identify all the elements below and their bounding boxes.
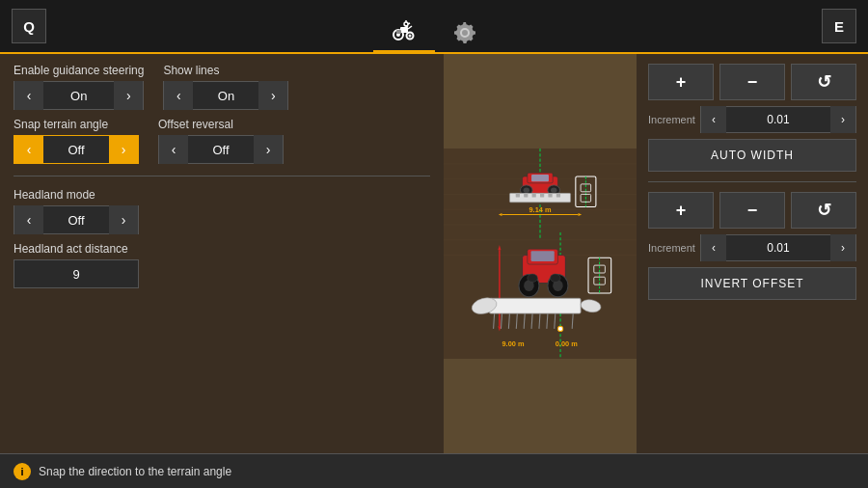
lines-value: On [193, 89, 258, 103]
width-minus-button[interactable]: − [719, 64, 785, 100]
offset-reversal-control: Offset reversal ‹ Off › [158, 118, 284, 164]
left-panel: Enable guidance steering ‹ On › Show lin… [0, 54, 444, 453]
top-increment-spinner: ‹ 0.01 › [700, 106, 856, 133]
svg-point-72 [557, 326, 562, 331]
snap-value: Off [43, 143, 109, 157]
svg-rect-28 [516, 193, 520, 197]
guidance-next[interactable]: › [114, 81, 143, 110]
snap-prev[interactable]: ‹ [14, 135, 43, 164]
top-increment-label: Increment [648, 114, 696, 125]
offset-minus-button[interactable]: − [719, 192, 785, 229]
svg-point-53 [528, 274, 538, 282]
guidance-prev[interactable]: ‹ [14, 81, 43, 110]
svg-text:9.14 m: 9.14 m [529, 205, 552, 214]
svg-point-25 [524, 188, 529, 193]
bottom-increment-next[interactable]: › [830, 234, 855, 261]
offset-reversal-label: Offset reversal [158, 118, 284, 131]
lines-label: Show lines [163, 64, 288, 77]
top-action-row: + − ↺ [648, 64, 856, 100]
top-bar: Q E [0, 0, 868, 54]
right-panel: + − ↺ Increment ‹ 0.01 › AUTO WIDTH + − … [637, 54, 868, 453]
snap-control: Snap terrain angle ‹ Off › [14, 118, 139, 164]
guidance-value: On [43, 89, 114, 103]
width-plus-button[interactable]: + [648, 64, 714, 100]
guidance-control: Enable guidance steering ‹ On › [14, 64, 144, 110]
svg-point-26 [551, 188, 556, 193]
svg-rect-31 [540, 193, 544, 197]
right-panel-divider [648, 181, 856, 182]
headland-spinner: ‹ Off › [14, 205, 139, 234]
info-icon: i [14, 463, 31, 480]
svg-rect-55 [489, 298, 581, 313]
lines-next[interactable]: › [258, 81, 287, 110]
offset-reversal-prev[interactable]: ‹ [159, 135, 188, 164]
bottom-increment-prev[interactable]: ‹ [701, 234, 726, 261]
svg-point-3 [409, 35, 412, 38]
distance-label: Headland act distance [14, 242, 139, 256]
headland-prev[interactable]: ‹ [14, 205, 43, 234]
svg-text:0.00 m: 0.00 m [556, 339, 578, 348]
offset-reversal-spinner: ‹ Off › [158, 135, 284, 164]
top-increment-next[interactable]: › [830, 106, 855, 133]
tab-settings[interactable] [435, 0, 495, 53]
snap-spinner: ‹ Off › [14, 135, 139, 164]
svg-text:9.00 m: 9.00 m [502, 339, 525, 348]
top-increment-prev[interactable]: ‹ [701, 106, 726, 133]
center-panel: 9.14 m [444, 54, 637, 453]
bottom-increment-row: Increment ‹ 0.01 › [648, 234, 856, 261]
lines-spinner: ‹ On › [163, 81, 288, 110]
q-button[interactable]: Q [12, 9, 46, 43]
guidance-spinner: ‹ On › [14, 81, 144, 110]
headland-value: Off [43, 213, 109, 228]
headland-next[interactable]: › [109, 205, 138, 234]
section-divider [14, 176, 430, 176]
snap-label: Snap terrain angle [14, 118, 139, 131]
bottom-increment-spinner: ‹ 0.01 › [700, 234, 856, 261]
svg-rect-4 [400, 27, 408, 33]
distance-value: 9 [14, 259, 139, 288]
svg-rect-30 [532, 193, 536, 197]
bottom-increment-label: Increment [648, 242, 696, 254]
distance-control: Headland act distance 9 [14, 242, 139, 288]
top-increment-row: Increment ‹ 0.01 › [648, 106, 856, 133]
offset-plus-button[interactable]: + [648, 192, 714, 229]
headland-label: Headland mode [14, 188, 139, 202]
guidance-label: Enable guidance steering [14, 64, 144, 77]
bottom-increment-value: 0.01 [726, 241, 830, 255]
main-area: Enable guidance steering ‹ On › Show lin… [0, 54, 868, 453]
tab-tractor[interactable] [373, 0, 435, 53]
svg-line-6 [408, 26, 412, 29]
lines-prev[interactable]: ‹ [164, 81, 193, 110]
e-button[interactable]: E [822, 9, 856, 43]
svg-rect-48 [531, 251, 555, 261]
svg-rect-5 [396, 30, 401, 34]
offset-reversal-next[interactable]: › [254, 135, 283, 164]
section-snap-offset: Snap terrain angle ‹ Off › Offset revers… [14, 118, 430, 164]
width-reset-button[interactable]: ↺ [791, 64, 856, 100]
section-distance: Headland act distance 9 [14, 242, 430, 288]
svg-rect-32 [548, 193, 552, 197]
offset-reversal-value: Off [188, 143, 254, 157]
offset-reset-button[interactable]: ↺ [791, 192, 856, 229]
tab-bar [373, 0, 495, 53]
svg-rect-29 [524, 193, 528, 197]
svg-line-10 [408, 23, 410, 24]
svg-point-8 [404, 22, 408, 26]
section-guidance-lines: Enable guidance steering ‹ On › Show lin… [14, 64, 430, 110]
lines-control: Show lines ‹ On › [163, 64, 288, 110]
snap-next[interactable]: › [109, 135, 138, 164]
svg-rect-22 [531, 175, 549, 181]
invert-offset-button[interactable]: INVERT OFFSET [648, 267, 856, 300]
auto-width-button[interactable]: AUTO WIDTH [648, 139, 856, 172]
status-message: Snap the direction to the terrain angle [39, 465, 231, 478]
farm-background: 9.14 m [444, 54, 637, 453]
svg-rect-33 [556, 193, 560, 197]
status-bar: i Snap the direction to the terrain angl… [0, 453, 868, 488]
farm-scene: 9.14 m [444, 54, 637, 453]
svg-point-54 [551, 274, 561, 282]
headland-control: Headland mode ‹ Off › [14, 188, 139, 234]
bottom-action-row: + − ↺ [648, 192, 856, 229]
section-headland: Headland mode ‹ Off › [14, 188, 430, 234]
top-increment-value: 0.01 [726, 113, 830, 126]
